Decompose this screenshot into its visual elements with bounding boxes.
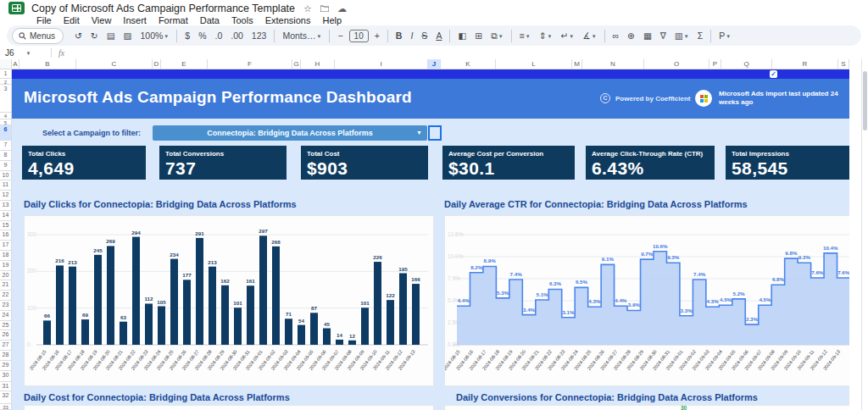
bold-icon[interactable]: B bbox=[392, 26, 407, 45]
menus-search-button[interactable]: Menus bbox=[12, 28, 64, 44]
column-header-R[interactable]: R bbox=[772, 59, 838, 69]
functions-icon[interactable]: Σ bbox=[693, 26, 708, 45]
row-header-27[interactable]: 27 bbox=[0, 341, 12, 351]
increase-decimal-icon[interactable]: .00 bbox=[226, 26, 248, 45]
undo-icon[interactable]: ↺ bbox=[70, 26, 86, 45]
format-currency-icon[interactable]: $ bbox=[181, 26, 194, 45]
select-all-corner[interactable] bbox=[0, 59, 12, 69]
row-header-9[interactable]: 9 bbox=[0, 161, 12, 171]
vertical-scrollbar[interactable] bbox=[861, 59, 868, 410]
row-header-11[interactable]: 11 bbox=[0, 180, 12, 191]
column-header-B[interactable]: B bbox=[19, 59, 76, 69]
row-header-22[interactable]: 22 bbox=[0, 291, 12, 301]
column-header-K[interactable]: K bbox=[441, 59, 496, 69]
row-header-26[interactable]: 26 bbox=[0, 330, 12, 341]
column-header-A[interactable]: A bbox=[12, 59, 19, 69]
kpi-card-1[interactable]: Total Conversions737 bbox=[159, 146, 287, 180]
menu-format[interactable]: Format bbox=[153, 15, 194, 25]
row-header-30[interactable]: 30 bbox=[0, 371, 12, 382]
horizontal-align-icon[interactable]: ≡▼ bbox=[515, 26, 535, 46]
decrease-decimal-icon[interactable]: .0 bbox=[210, 26, 226, 45]
row-header-29[interactable]: 29 bbox=[0, 361, 12, 371]
kpi-card-0[interactable]: Total Clicks4,649 bbox=[22, 146, 146, 180]
redo-icon[interactable]: ↻ bbox=[86, 26, 103, 45]
daily-clicks-chart[interactable]: 0100200300662162136924526963294112105234… bbox=[24, 215, 434, 386]
kpi-card-3[interactable]: Average Cost per Conversion$30.1 bbox=[442, 146, 575, 180]
menu-help[interactable]: Help bbox=[316, 15, 348, 25]
column-header-F[interactable]: F bbox=[208, 59, 292, 69]
row-header-2[interactable]: 2 bbox=[0, 79, 12, 85]
column-header-J[interactable]: J bbox=[428, 59, 441, 69]
menu-file[interactable]: File bbox=[31, 15, 58, 25]
italic-icon[interactable]: I bbox=[406, 26, 417, 45]
sheet-canvas[interactable]: ✓ Microsoft Ads Campaign Performance Das… bbox=[12, 69, 849, 410]
text-wrap-icon[interactable]: ↵▼ bbox=[556, 26, 578, 46]
row-header-5[interactable]: 5 bbox=[0, 119, 12, 125]
document-title[interactable]: Copy of Microsoft Ads Campaign Performan… bbox=[31, 3, 295, 14]
checkbox-checked[interactable]: ✓ bbox=[770, 70, 777, 78]
insert-chart-icon[interactable]: ▦ bbox=[639, 26, 656, 45]
column-header-I[interactable]: I bbox=[335, 59, 428, 69]
row-header-12[interactable]: 12 bbox=[0, 191, 12, 201]
row-header-18[interactable]: 18 bbox=[0, 251, 12, 261]
row-header-32[interactable]: 32 bbox=[0, 391, 12, 404]
sheets-logo[interactable] bbox=[8, 2, 25, 14]
font-family-select[interactable]: Monts…▼ bbox=[278, 26, 326, 46]
decrease-font-size-icon[interactable]: − bbox=[333, 26, 347, 45]
column-header-D[interactable]: D bbox=[153, 59, 161, 69]
column-header-C[interactable]: C bbox=[76, 59, 153, 69]
column-header-H[interactable]: H bbox=[301, 59, 335, 69]
text-color-icon[interactable]: A bbox=[431, 26, 446, 45]
strikethrough-icon[interactable]: S bbox=[417, 26, 431, 45]
print-icon[interactable]: ▤ bbox=[103, 26, 120, 45]
row-header-4[interactable]: 4 bbox=[0, 113, 12, 119]
vertical-align-icon[interactable]: ⇕▼ bbox=[535, 26, 557, 46]
cloud-saved-icon[interactable]: ☁ bbox=[337, 3, 347, 14]
format-percent-icon[interactable]: % bbox=[194, 26, 210, 45]
column-header-O[interactable]: O bbox=[644, 59, 709, 69]
column-header-L[interactable]: L bbox=[496, 59, 572, 69]
zoom-select[interactable]: 100%▼ bbox=[136, 26, 173, 46]
column-header-P[interactable]: P bbox=[709, 59, 721, 69]
text-rotation-icon[interactable]: ∡▼ bbox=[578, 26, 600, 46]
row-header-31[interactable]: 31 bbox=[0, 382, 12, 391]
column-header-S[interactable]: S bbox=[838, 59, 849, 69]
star-icon[interactable]: ☆ bbox=[303, 3, 312, 14]
row-header-17[interactable]: 17 bbox=[0, 241, 12, 251]
fill-color-icon[interactable]: ◧ bbox=[453, 26, 470, 45]
borders-icon[interactable]: ⊞ bbox=[470, 26, 487, 45]
row-header-3[interactable]: 3 bbox=[0, 85, 12, 113]
row-header-33[interactable]: 33 bbox=[0, 404, 12, 410]
menu-edit[interactable]: Edit bbox=[58, 15, 86, 25]
increase-font-size-icon[interactable]: + bbox=[370, 26, 384, 45]
menu-data[interactable]: Data bbox=[194, 15, 225, 25]
row-header-24[interactable]: 24 bbox=[0, 311, 12, 321]
kpi-card-4[interactable]: Average Click-Through Rate (CTR)6.43% bbox=[586, 146, 715, 180]
addon-icon[interactable]: P▼ bbox=[715, 26, 735, 46]
daily-ctr-chart[interactable]: 0.0%2.5%5.0%7.5%10.0%12.5%4.4%8.2%8.9%5.… bbox=[444, 215, 849, 386]
kpi-card-2[interactable]: Total Cost$903 bbox=[301, 146, 428, 180]
row-header-25[interactable]: 25 bbox=[0, 321, 12, 331]
insert-comment-icon[interactable]: ⊕ bbox=[623, 26, 639, 45]
row-header-20[interactable]: 20 bbox=[0, 271, 12, 281]
row-header-13[interactable]: 13 bbox=[0, 201, 12, 211]
row-header-15[interactable]: 15 bbox=[0, 221, 12, 231]
column-header-Q[interactable]: Q bbox=[721, 59, 772, 69]
menu-insert[interactable]: Insert bbox=[117, 15, 153, 25]
row-header-21[interactable]: 21 bbox=[0, 280, 12, 291]
menu-extensions[interactable]: Extensions bbox=[259, 15, 317, 25]
menu-tools[interactable]: Tools bbox=[225, 15, 259, 25]
more-formats-icon[interactable]: 123 bbox=[248, 26, 271, 45]
row-header-10[interactable]: 10 bbox=[0, 171, 12, 181]
row-header-14[interactable]: 14 bbox=[0, 211, 12, 221]
menu-view[interactable]: View bbox=[86, 15, 118, 25]
kpi-card-5[interactable]: Total Impressions58,545 bbox=[726, 146, 849, 180]
row-header-7[interactable]: 7 bbox=[0, 141, 12, 151]
column-header-M[interactable]: M bbox=[572, 59, 582, 69]
table-views-icon[interactable]: ▥▼ bbox=[670, 26, 693, 46]
row-header-28[interactable]: 28 bbox=[0, 351, 12, 361]
row-header-1[interactable]: 1 bbox=[0, 69, 12, 79]
name-box[interactable]: J6 ▼ bbox=[0, 48, 49, 58]
row-header-23[interactable]: 23 bbox=[0, 301, 12, 311]
row-header-8[interactable]: 8 bbox=[0, 151, 12, 161]
